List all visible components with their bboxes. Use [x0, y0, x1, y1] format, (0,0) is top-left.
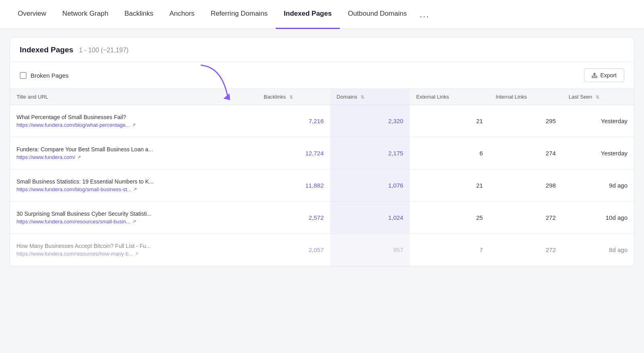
cell-lastseen-4: 8d ago — [562, 234, 634, 266]
export-button[interactable]: Export — [584, 68, 624, 82]
table-row: What Percentage of Small Businesses Fail… — [10, 105, 634, 137]
domains-sort-icon: ⇅ — [361, 95, 364, 100]
col-header-internal: Internal Links — [489, 89, 562, 105]
page-url-4[interactable]: https://www.fundera.com/resources/how-ma… — [17, 251, 251, 257]
page-title-text-4: How Many Businesses Accept Bitcoin? Full… — [17, 243, 251, 249]
cell-external-2: 21 — [410, 169, 489, 202]
page-url-1[interactable]: https://www.fundera.com/ ↗ — [17, 154, 251, 160]
purple-arrow-annotation — [197, 63, 233, 103]
nav-item-referring-domains[interactable]: Referring Domains — [202, 0, 276, 29]
col-header-domains[interactable]: Domains ⇅ — [330, 89, 410, 105]
table-row: Fundera: Compare Your Best Small Busines… — [10, 137, 634, 169]
cell-internal-0: 295 — [489, 105, 562, 137]
nav-item-overview[interactable]: Overview — [10, 0, 54, 29]
page-title: Indexed Pages — [20, 45, 73, 54]
external-link-icon-4: ↗ — [135, 251, 138, 256]
table-row: How Many Businesses Accept Bitcoin? Full… — [10, 234, 634, 266]
cell-domains-0: 2,320 — [330, 105, 410, 137]
cell-backlinks-0: 7,216 — [257, 105, 330, 137]
broken-pages-filter[interactable]: Broken Pages — [20, 72, 68, 79]
nav-item-anchors[interactable]: Anchors — [161, 0, 202, 29]
nav-more-button[interactable]: ... — [415, 0, 434, 29]
backlinks-sort-icon: ⇅ — [289, 95, 293, 100]
table-header-row: Title and URL Backlinks ⇅ Domains ⇅ Exte… — [10, 89, 634, 105]
page-url-0[interactable]: https://www.fundera.com/blog/what-percen… — [17, 122, 251, 128]
cell-lastseen-2: 9d ago — [562, 169, 634, 202]
page-title-text-2: Small Business Statistics: 19 Essential … — [17, 178, 251, 185]
cell-backlinks-2: 11,882 — [257, 169, 330, 202]
page-url-3[interactable]: https://www.fundera.com/resources/small-… — [17, 219, 251, 225]
cell-domains-1: 2,175 — [330, 137, 410, 169]
cell-domains-3: 1,024 — [330, 202, 410, 234]
cell-backlinks-3: 2,572 — [257, 202, 330, 234]
card-header: Indexed Pages 1 - 100 (~21,197) — [10, 37, 634, 62]
cell-lastseen-0: Yesterday — [562, 105, 634, 137]
filter-row: Broken Pages Export — [10, 62, 634, 89]
nav-item-outbound-domains[interactable]: Outbound Domains — [340, 0, 415, 29]
top-navigation: Overview Network Graph Backlinks Anchors… — [0, 0, 644, 29]
broken-pages-label: Broken Pages — [31, 72, 68, 79]
cell-lastseen-3: 10d ago — [562, 202, 634, 234]
cell-title-2: Small Business Statistics: 19 Essential … — [10, 169, 257, 202]
cell-lastseen-1: Yesterday — [562, 137, 634, 169]
cell-title-1: Fundera: Compare Your Best Small Busines… — [10, 137, 257, 169]
page-subtitle: 1 - 100 (~21,197) — [79, 47, 128, 54]
indexed-pages-table: Title and URL Backlinks ⇅ Domains ⇅ Exte… — [10, 89, 634, 266]
cell-external-0: 21 — [410, 105, 489, 137]
cell-external-1: 6 — [410, 137, 489, 169]
external-link-icon-3: ↗ — [132, 219, 136, 224]
cell-internal-3: 272 — [489, 202, 562, 234]
page-url-2[interactable]: https://www.fundera.com/blog/small-busin… — [17, 186, 251, 192]
cell-internal-4: 272 — [489, 234, 562, 266]
svg-rect-1 — [592, 76, 597, 78]
export-icon — [592, 72, 597, 78]
cell-external-3: 25 — [410, 202, 489, 234]
cell-internal-1: 274 — [489, 137, 562, 169]
table-row: 30 Surprising Small Business Cyber Secur… — [10, 202, 634, 234]
cell-internal-2: 298 — [489, 169, 562, 202]
indexed-pages-card: Indexed Pages 1 - 100 (~21,197) Broken P… — [10, 37, 634, 266]
cell-backlinks-1: 12,724 — [257, 137, 330, 169]
cell-title-3: 30 Surprising Small Business Cyber Secur… — [10, 202, 257, 234]
page-title-text-3: 30 Surprising Small Business Cyber Secur… — [17, 211, 251, 217]
cell-title-4: How Many Businesses Accept Bitcoin? Full… — [10, 234, 257, 266]
cell-backlinks-4: 2,057 — [257, 234, 330, 266]
cell-title-0: What Percentage of Small Businesses Fail… — [10, 105, 257, 137]
external-link-icon-0: ↗ — [132, 122, 136, 128]
col-header-external: External Links — [410, 89, 489, 105]
export-label: Export — [601, 72, 617, 78]
cell-external-4: 7 — [410, 234, 489, 266]
col-header-backlinks[interactable]: Backlinks ⇅ — [257, 89, 330, 105]
main-content: Indexed Pages 1 - 100 (~21,197) Broken P… — [0, 29, 644, 275]
nav-item-backlinks[interactable]: Backlinks — [116, 0, 161, 29]
external-link-icon-2: ↗ — [133, 187, 137, 192]
page-title-text-0: What Percentage of Small Businesses Fail… — [17, 114, 251, 120]
cell-domains-4: 957 — [330, 234, 410, 266]
col-header-lastseen[interactable]: Last Seen ⇅ — [562, 89, 634, 105]
broken-pages-checkbox[interactable] — [20, 72, 27, 79]
nav-item-indexed-pages[interactable]: Indexed Pages — [276, 0, 340, 29]
external-link-icon-1: ↗ — [77, 155, 81, 160]
page-title-text-1: Fundera: Compare Your Best Small Busines… — [17, 146, 251, 153]
lastseen-sort-icon: ⇅ — [596, 95, 599, 100]
nav-item-network-graph[interactable]: Network Graph — [54, 0, 116, 29]
table-row: Small Business Statistics: 19 Essential … — [10, 169, 634, 202]
cell-domains-2: 1,076 — [330, 169, 410, 202]
